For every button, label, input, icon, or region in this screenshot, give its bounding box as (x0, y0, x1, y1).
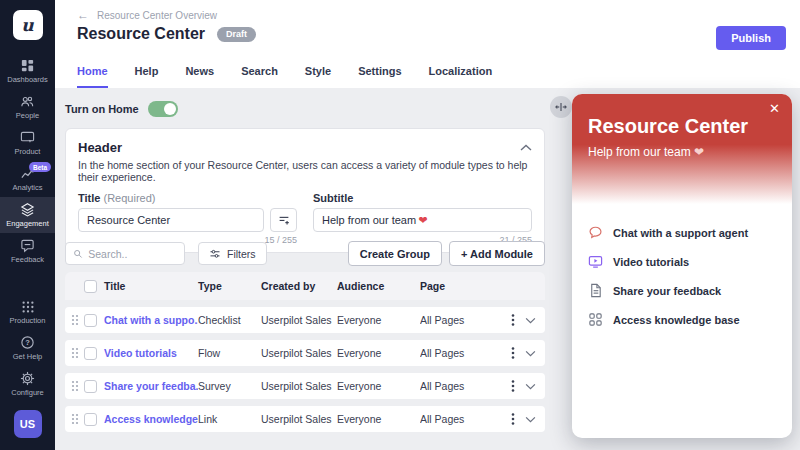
kebab-menu-icon[interactable] (505, 313, 521, 327)
module-type: Checklist (198, 314, 261, 326)
sidebar-item-people[interactable]: People (0, 89, 55, 125)
dashboards-grid-icon (20, 58, 35, 73)
drag-handle-icon[interactable] (71, 314, 84, 326)
home-toggle[interactable] (148, 101, 178, 117)
video-player-icon (588, 254, 603, 269)
chevron-down-icon[interactable] (521, 383, 539, 390)
search-input[interactable] (88, 248, 177, 260)
module-title-link[interactable]: Share your feedba... (104, 380, 198, 392)
preview-header: ✕ Resource Center Help from our team ❤ (572, 94, 792, 204)
row-checkbox[interactable] (84, 314, 97, 327)
filters-button[interactable]: Filters (198, 242, 267, 265)
sidebar-item-product[interactable]: Product (0, 125, 55, 161)
search-icon (73, 248, 83, 260)
chevron-down-icon[interactable] (521, 350, 539, 357)
gear-icon (20, 371, 35, 386)
sidebar-item-label: Get Help (13, 352, 43, 361)
drag-handle-icon[interactable] (71, 380, 84, 392)
sidebar-item-label: Analytics (12, 183, 42, 192)
document-icon (588, 283, 603, 298)
tab-style[interactable]: Style (305, 65, 331, 88)
modules-table: Title Type Created by Audience Page Chat… (65, 272, 545, 432)
people-icon (20, 94, 35, 109)
tab-settings[interactable]: Settings (358, 65, 401, 88)
tab-search[interactable]: Search (241, 65, 278, 88)
breadcrumb[interactable]: ← Resource Center Overview (77, 8, 217, 22)
preview-item-chat[interactable]: Chat with a support agent (588, 218, 776, 247)
close-icon[interactable]: ✕ (769, 101, 780, 116)
chat-bubble-icon (588, 225, 603, 240)
module-audience: Everyone (337, 314, 420, 326)
userpilot-logo[interactable]: u (13, 10, 43, 40)
preview-title: Resource Center (588, 115, 748, 138)
row-checkbox[interactable] (84, 347, 97, 360)
preview-item-feedback[interactable]: Share your feedback (588, 276, 776, 305)
back-arrow-icon[interactable]: ← (77, 8, 89, 22)
knowledge-grid-icon (588, 312, 603, 327)
publish-button[interactable]: Publish (716, 26, 786, 50)
card-description: In the home section of your Resource Cen… (78, 159, 532, 183)
create-group-button[interactable]: Create Group (348, 241, 442, 266)
page-title: Resource Center (77, 25, 205, 43)
drag-handle-icon[interactable] (71, 413, 84, 425)
module-page: All Pages (420, 413, 505, 425)
card-title: Header (78, 140, 122, 155)
subtitle-value: Help from our team (322, 214, 416, 226)
tab-home[interactable]: Home (77, 65, 108, 88)
chevron-up-icon[interactable] (520, 138, 532, 156)
sidebar-item-label: Feedback (11, 255, 44, 264)
row-checkbox[interactable] (84, 413, 97, 426)
sidebar-item-engagement[interactable]: Engagement (0, 197, 55, 233)
module-type: Survey (198, 380, 261, 392)
preview-item-knowledge[interactable]: Access knowledge base (588, 305, 776, 334)
sidebar-item-get-help[interactable]: ? Get Help (0, 330, 55, 366)
module-title-link[interactable]: Access knowledge ... (104, 413, 198, 425)
kebab-menu-icon[interactable] (505, 346, 521, 360)
modules-toolbar: Filters Create Group + Add Module (65, 241, 545, 266)
table-row[interactable]: Access knowledge ... Link Userpilot Sale… (65, 406, 545, 432)
chevron-down-icon[interactable] (521, 317, 539, 324)
subtitle-field-group: Subtitle Help from our team ❤ 21 / 255 (313, 192, 532, 245)
table-row[interactable]: Share your feedba... Survey Userpilot Sa… (65, 373, 545, 399)
column-header-title: Title (104, 280, 198, 292)
user-avatar[interactable]: US (14, 410, 42, 438)
sidebar-item-dashboards[interactable]: Dashboards (0, 53, 55, 89)
preview-subtitle: Help from our team ❤ (588, 145, 704, 159)
sidebar-item-feedback[interactable]: Feedback (0, 233, 55, 269)
kebab-menu-icon[interactable] (505, 379, 521, 393)
tab-localization[interactable]: Localization (429, 65, 493, 88)
module-audience: Everyone (337, 413, 420, 425)
title-field-label: Title (Required) (78, 192, 297, 204)
add-module-button[interactable]: + Add Module (449, 241, 545, 266)
row-checkbox[interactable] (84, 380, 97, 393)
page-title-row: Resource Center Draft (77, 25, 256, 43)
sidebar-item-analytics[interactable]: Analytics Beta (0, 161, 55, 197)
module-title-link[interactable]: Chat with a suppo... (104, 314, 198, 326)
sidebar-item-configure[interactable]: Configure (0, 366, 55, 402)
title-field-group: Title (Required) 15 / 255 (78, 192, 297, 245)
module-page: All Pages (420, 380, 505, 392)
sidebar-item-production[interactable]: Production (0, 294, 55, 330)
sidebar-item-label: Configure (11, 388, 44, 397)
drag-handle-icon[interactable] (71, 347, 84, 359)
panel-resize-handle[interactable] (550, 96, 572, 118)
preview-item-label: Video tutorials (613, 256, 689, 268)
table-row[interactable]: Chat with a suppo... Checklist Userpilot… (65, 307, 545, 333)
feedback-bubble-icon (20, 238, 35, 253)
tab-news[interactable]: News (185, 65, 214, 88)
preview-item-video[interactable]: Video tutorials (588, 247, 776, 276)
tab-help[interactable]: Help (135, 65, 159, 88)
sidebar-nav: Dashboards People Product Analytics Beta (0, 53, 55, 269)
preview-item-label: Share your feedback (613, 285, 721, 297)
search-box[interactable] (65, 242, 185, 265)
insert-variable-button[interactable] (270, 208, 297, 232)
title-input[interactable] (78, 208, 264, 232)
chevron-down-icon[interactable] (521, 416, 539, 423)
kebab-menu-icon[interactable] (505, 412, 521, 426)
subtitle-input[interactable]: Help from our team ❤ (313, 208, 532, 232)
table-header: Title Type Created by Audience Page (65, 272, 545, 300)
module-title-link[interactable]: Video tutorials (104, 347, 198, 359)
select-all-checkbox[interactable] (84, 280, 97, 293)
table-row[interactable]: Video tutorials Flow Userpilot Sales Eve… (65, 340, 545, 366)
breadcrumb-label: Resource Center Overview (97, 10, 217, 21)
